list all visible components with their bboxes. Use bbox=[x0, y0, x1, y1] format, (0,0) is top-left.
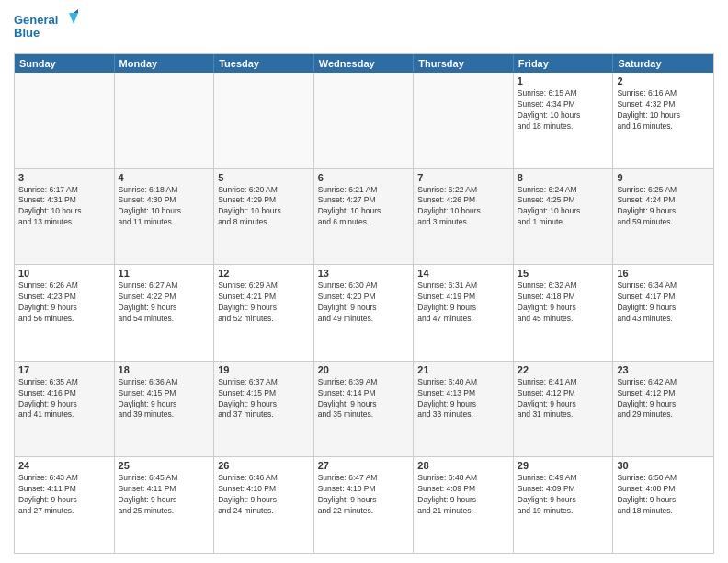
day-number: 25 bbox=[119, 460, 210, 471]
cell-info: Sunrise: 6:37 AMSunset: 4:15 PMDaylight:… bbox=[218, 377, 310, 421]
calendar-cell: 18Sunrise: 6:36 AMSunset: 4:15 PMDayligh… bbox=[115, 362, 215, 457]
cell-info: Sunrise: 6:21 AMSunset: 4:27 PMDaylight:… bbox=[318, 185, 410, 229]
cell-info: Sunrise: 6:26 AMSunset: 4:23 PMDaylight:… bbox=[18, 281, 110, 325]
logo: General Blue bbox=[14, 9, 78, 46]
cell-info: Sunrise: 6:15 AMSunset: 4:34 PMDaylight:… bbox=[518, 88, 609, 132]
day-number: 15 bbox=[518, 268, 609, 279]
header-day-sunday: Sunday bbox=[15, 54, 115, 73]
day-number: 19 bbox=[218, 364, 310, 375]
calendar-cell: 11Sunrise: 6:27 AMSunset: 4:22 PMDayligh… bbox=[115, 265, 215, 361]
cell-info: Sunrise: 6:36 AMSunset: 4:15 PMDaylight:… bbox=[119, 377, 210, 421]
calendar-cell: 26Sunrise: 6:46 AMSunset: 4:10 PMDayligh… bbox=[214, 457, 314, 553]
cell-info: Sunrise: 6:27 AMSunset: 4:22 PMDaylight:… bbox=[119, 281, 210, 325]
calendar-cell: 9Sunrise: 6:25 AMSunset: 4:24 PMDaylight… bbox=[613, 169, 713, 265]
calendar-cell: 5Sunrise: 6:20 AMSunset: 4:29 PMDaylight… bbox=[214, 169, 314, 265]
cell-info: Sunrise: 6:16 AMSunset: 4:32 PMDaylight:… bbox=[617, 88, 710, 132]
cell-info: Sunrise: 6:48 AMSunset: 4:09 PMDaylight:… bbox=[417, 473, 509, 517]
day-number: 14 bbox=[417, 268, 509, 279]
calendar-cell: 14Sunrise: 6:31 AMSunset: 4:19 PMDayligh… bbox=[414, 265, 514, 361]
calendar-cell: 3Sunrise: 6:17 AMSunset: 4:31 PMDaylight… bbox=[15, 169, 115, 265]
calendar-cell bbox=[214, 73, 314, 168]
cell-info: Sunrise: 6:43 AMSunset: 4:11 PMDaylight:… bbox=[18, 473, 110, 517]
svg-marker-2 bbox=[69, 13, 78, 24]
cell-info: Sunrise: 6:50 AMSunset: 4:08 PMDaylight:… bbox=[617, 473, 710, 517]
calendar-cell: 1Sunrise: 6:15 AMSunset: 4:34 PMDaylight… bbox=[514, 73, 614, 168]
header-day-thursday: Thursday bbox=[414, 54, 514, 73]
logo-svg: General Blue bbox=[14, 9, 78, 46]
calendar-cell: 6Sunrise: 6:21 AMSunset: 4:27 PMDaylight… bbox=[314, 169, 415, 265]
calendar-week-0: 1Sunrise: 6:15 AMSunset: 4:34 PMDaylight… bbox=[15, 73, 713, 169]
calendar-cell: 23Sunrise: 6:42 AMSunset: 4:12 PMDayligh… bbox=[613, 362, 713, 457]
svg-marker-3 bbox=[74, 9, 78, 13]
day-number: 23 bbox=[617, 364, 710, 375]
cell-info: Sunrise: 6:20 AMSunset: 4:29 PMDaylight:… bbox=[218, 185, 310, 229]
calendar-week-2: 10Sunrise: 6:26 AMSunset: 4:23 PMDayligh… bbox=[15, 265, 713, 362]
cell-info: Sunrise: 6:18 AMSunset: 4:30 PMDaylight:… bbox=[119, 185, 210, 229]
calendar-cell: 10Sunrise: 6:26 AMSunset: 4:23 PMDayligh… bbox=[15, 265, 115, 361]
calendar-cell bbox=[314, 73, 415, 168]
svg-text:Blue: Blue bbox=[14, 26, 40, 40]
cell-info: Sunrise: 6:30 AMSunset: 4:20 PMDaylight:… bbox=[318, 281, 410, 325]
calendar-cell: 30Sunrise: 6:50 AMSunset: 4:08 PMDayligh… bbox=[613, 457, 713, 553]
header: General Blue bbox=[14, 9, 714, 46]
cell-info: Sunrise: 6:32 AMSunset: 4:18 PMDaylight:… bbox=[518, 281, 609, 325]
day-number: 2 bbox=[617, 75, 710, 86]
header-day-saturday: Saturday bbox=[613, 54, 713, 73]
day-number: 29 bbox=[518, 460, 609, 471]
cell-info: Sunrise: 6:29 AMSunset: 4:21 PMDaylight:… bbox=[218, 281, 310, 325]
cell-info: Sunrise: 6:39 AMSunset: 4:14 PMDaylight:… bbox=[318, 377, 410, 421]
cell-info: Sunrise: 6:41 AMSunset: 4:12 PMDaylight:… bbox=[518, 377, 609, 421]
cell-info: Sunrise: 6:47 AMSunset: 4:10 PMDaylight:… bbox=[318, 473, 410, 517]
day-number: 27 bbox=[318, 460, 410, 471]
calendar-cell: 4Sunrise: 6:18 AMSunset: 4:30 PMDaylight… bbox=[115, 169, 215, 265]
cell-info: Sunrise: 6:34 AMSunset: 4:17 PMDaylight:… bbox=[617, 281, 710, 325]
day-number: 3 bbox=[18, 172, 110, 183]
day-number: 9 bbox=[617, 172, 710, 183]
calendar-cell: 27Sunrise: 6:47 AMSunset: 4:10 PMDayligh… bbox=[314, 457, 415, 553]
calendar-cell bbox=[115, 73, 215, 168]
cell-info: Sunrise: 6:25 AMSunset: 4:24 PMDaylight:… bbox=[617, 185, 710, 229]
calendar-cell: 22Sunrise: 6:41 AMSunset: 4:12 PMDayligh… bbox=[514, 362, 614, 457]
day-number: 30 bbox=[617, 460, 710, 471]
day-number: 4 bbox=[119, 172, 210, 183]
cell-info: Sunrise: 6:31 AMSunset: 4:19 PMDaylight:… bbox=[417, 281, 509, 325]
header-day-monday: Monday bbox=[115, 54, 215, 73]
calendar-cell: 17Sunrise: 6:35 AMSunset: 4:16 PMDayligh… bbox=[15, 362, 115, 457]
cell-info: Sunrise: 6:46 AMSunset: 4:10 PMDaylight:… bbox=[218, 473, 310, 517]
day-number: 13 bbox=[318, 268, 410, 279]
day-number: 16 bbox=[617, 268, 710, 279]
day-number: 28 bbox=[417, 460, 509, 471]
cell-info: Sunrise: 6:24 AMSunset: 4:25 PMDaylight:… bbox=[518, 185, 609, 229]
calendar-cell: 15Sunrise: 6:32 AMSunset: 4:18 PMDayligh… bbox=[514, 265, 614, 361]
cell-info: Sunrise: 6:42 AMSunset: 4:12 PMDaylight:… bbox=[617, 377, 710, 421]
calendar-cell: 28Sunrise: 6:48 AMSunset: 4:09 PMDayligh… bbox=[414, 457, 514, 553]
calendar-cell: 24Sunrise: 6:43 AMSunset: 4:11 PMDayligh… bbox=[15, 457, 115, 553]
day-number: 24 bbox=[18, 460, 110, 471]
day-number: 5 bbox=[218, 172, 310, 183]
calendar-cell: 29Sunrise: 6:49 AMSunset: 4:09 PMDayligh… bbox=[514, 457, 614, 553]
calendar-cell: 7Sunrise: 6:22 AMSunset: 4:26 PMDaylight… bbox=[414, 169, 514, 265]
day-number: 1 bbox=[518, 75, 609, 86]
calendar-cell: 21Sunrise: 6:40 AMSunset: 4:13 PMDayligh… bbox=[414, 362, 514, 457]
calendar-cell: 8Sunrise: 6:24 AMSunset: 4:25 PMDaylight… bbox=[514, 169, 614, 265]
day-number: 17 bbox=[18, 364, 110, 375]
calendar-week-4: 24Sunrise: 6:43 AMSunset: 4:11 PMDayligh… bbox=[15, 457, 713, 553]
calendar-cell bbox=[414, 73, 514, 168]
day-number: 6 bbox=[318, 172, 410, 183]
day-number: 7 bbox=[417, 172, 509, 183]
calendar-cell: 19Sunrise: 6:37 AMSunset: 4:15 PMDayligh… bbox=[214, 362, 314, 457]
calendar-cell: 2Sunrise: 6:16 AMSunset: 4:32 PMDaylight… bbox=[613, 73, 713, 168]
day-number: 10 bbox=[18, 268, 110, 279]
calendar-cell: 13Sunrise: 6:30 AMSunset: 4:20 PMDayligh… bbox=[314, 265, 415, 361]
cell-info: Sunrise: 6:35 AMSunset: 4:16 PMDaylight:… bbox=[18, 377, 110, 421]
cell-info: Sunrise: 6:17 AMSunset: 4:31 PMDaylight:… bbox=[18, 185, 110, 229]
day-number: 21 bbox=[417, 364, 509, 375]
calendar-header: SundayMondayTuesdayWednesdayThursdayFrid… bbox=[15, 54, 713, 73]
calendar-cell: 12Sunrise: 6:29 AMSunset: 4:21 PMDayligh… bbox=[214, 265, 314, 361]
calendar-cell: 25Sunrise: 6:45 AMSunset: 4:11 PMDayligh… bbox=[115, 457, 215, 553]
svg-text:General: General bbox=[14, 13, 58, 27]
header-day-tuesday: Tuesday bbox=[214, 54, 314, 73]
calendar-cell bbox=[15, 73, 115, 168]
cell-info: Sunrise: 6:45 AMSunset: 4:11 PMDaylight:… bbox=[119, 473, 210, 517]
day-number: 20 bbox=[318, 364, 410, 375]
